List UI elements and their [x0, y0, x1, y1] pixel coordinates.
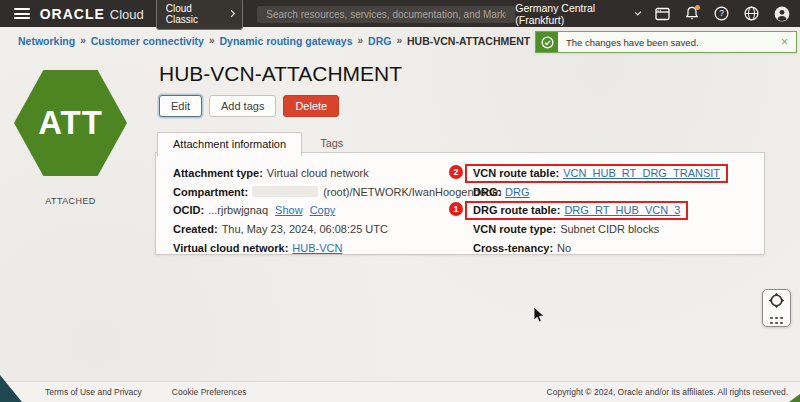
- oracle-cloud-logo[interactable]: ORACLE Cloud: [40, 6, 144, 22]
- user-avatar[interactable]: [774, 6, 790, 22]
- breadcrumb-separator: »: [209, 35, 215, 46]
- annotation-highlight-box: DRG route table: DRG_RT_HUB_VCN_3: [465, 201, 688, 220]
- drag-handle-dots[interactable]: [770, 317, 783, 325]
- attachment-information-panel: Attachment type: Virtual cloud network C…: [155, 152, 765, 255]
- footer: Terms of Use and Privacy Cookie Preferen…: [0, 381, 800, 402]
- cloud-classic-label: Cloud Classic: [166, 3, 222, 25]
- compartment-label: Compartment:: [173, 186, 248, 198]
- mouse-cursor: [533, 306, 545, 328]
- hub-vcn-link[interactable]: HUB-VCN: [292, 242, 342, 254]
- annotation-marker-2: 2: [449, 165, 463, 179]
- breadcrumb-link-networking[interactable]: Networking: [18, 35, 75, 47]
- chevron-right-icon: [228, 10, 235, 17]
- breadcrumb-current: HUB-VCN-ATTACHMENT: [407, 35, 530, 47]
- cloud-classic-button[interactable]: Cloud Classic: [156, 0, 243, 30]
- cross-tenancy-row: Cross-tenancy: No: [473, 238, 728, 257]
- add-tags-button[interactable]: Add tags: [209, 95, 276, 117]
- annotation-highlight-box: VCN route table: VCN_HUB_RT_DRG_TRANSIT: [465, 164, 728, 183]
- breadcrumb-link-dynamic-routing-gateways[interactable]: Dynamic routing gateways: [220, 35, 353, 47]
- region-label: Germany Central (Frankfurt): [515, 2, 629, 26]
- action-buttons: Edit Add tags Delete: [159, 95, 339, 117]
- notifications-bell-icon[interactable]: [685, 6, 699, 22]
- top-navigation-bar: ORACLE Cloud Cloud Classic Germany Centr…: [0, 0, 800, 27]
- tab-tags[interactable]: Tags: [302, 132, 361, 156]
- copyright-text: Copyright © 2024, Oracle and/or its affi…: [547, 387, 788, 397]
- breadcrumb-separator: »: [80, 35, 86, 46]
- ocid-value: ...rjrbwjgnaq: [208, 204, 268, 216]
- logo-oracle-text: ORACLE: [40, 6, 105, 22]
- ocid-show-link[interactable]: Show: [275, 204, 303, 216]
- breadcrumb-link-drg[interactable]: DRG: [368, 35, 391, 47]
- vcn-route-table-row: 2 VCN route table: VCN_HUB_RT_DRG_TRANSI…: [473, 164, 728, 183]
- edit-button[interactable]: Edit: [159, 95, 202, 117]
- help-icon[interactable]: ?: [714, 6, 729, 22]
- cloud-shell-icon[interactable]: [655, 6, 670, 22]
- screen-capture-widget[interactable]: [762, 289, 791, 327]
- delete-button[interactable]: Delete: [283, 95, 339, 117]
- language-globe-icon[interactable]: [744, 6, 759, 22]
- cross-tenancy-label: Cross-tenancy:: [473, 242, 553, 254]
- capture-crosshair-icon: [768, 292, 785, 313]
- logo-cloud-text: Cloud: [110, 7, 144, 22]
- breadcrumb-link-customer-connectivity[interactable]: Customer connectivity: [91, 35, 204, 47]
- compartment-row: Compartment: (root)/NETWORK/IwanHoogendo…: [173, 183, 502, 202]
- drg-route-table-row: 1 DRG route table: DRG_RT_HUB_VCN_3: [473, 201, 728, 220]
- drg-route-table-link[interactable]: DRG_RT_HUB_VCN_3: [564, 204, 680, 216]
- breadcrumb-separator: »: [358, 35, 364, 46]
- vcn-route-type-value: Subnet CIDR blocks: [560, 223, 659, 235]
- tab-attachment-information[interactable]: Attachment information: [157, 132, 302, 156]
- breadcrumb-separator: »: [396, 35, 402, 46]
- redacted-compartment-segment: [252, 186, 318, 197]
- cookie-preferences-link[interactable]: Cookie Preferences: [172, 387, 247, 397]
- detail-tabs: Attachment information Tags: [157, 132, 361, 156]
- terms-of-use-link[interactable]: Terms of Use and Privacy: [45, 387, 142, 397]
- vcn-route-table-label: VCN route table:: [473, 167, 559, 179]
- svg-text:?: ?: [719, 8, 724, 18]
- cross-tenancy-value: No: [557, 242, 571, 254]
- vcn-route-table-link[interactable]: VCN_HUB_RT_DRG_TRANSIT: [563, 167, 720, 179]
- toast-close-icon[interactable]: ×: [773, 35, 796, 49]
- details-right-column: 2 VCN route table: VCN_HUB_RT_DRG_TRANSI…: [473, 164, 728, 257]
- created-row: Created: Thu, May 23, 2024, 06:08:25 UTC: [173, 220, 502, 239]
- created-value: Thu, May 23, 2024, 06:08:25 UTC: [222, 223, 388, 235]
- global-search: [257, 4, 515, 23]
- status-badge: ATTACHED: [14, 196, 127, 206]
- ocid-label: OCID:: [173, 204, 204, 216]
- created-label: Created:: [173, 223, 218, 235]
- chevron-down-icon: [634, 9, 641, 16]
- success-check-icon: [536, 32, 558, 52]
- ocid-copy-link[interactable]: Copy: [310, 204, 336, 216]
- region-selector[interactable]: Germany Central (Frankfurt): [515, 2, 640, 26]
- toast-message: The changes have been saved.: [558, 37, 707, 48]
- vcn-label: Virtual cloud network:: [173, 242, 288, 254]
- drg-label: DRG:: [473, 186, 501, 198]
- search-input[interactable]: [257, 6, 515, 23]
- drg-link[interactable]: DRG: [505, 186, 529, 198]
- topbar-right-controls: Germany Central (Frankfurt) ?: [515, 2, 790, 26]
- page-title: HUB-VCN-ATTACHMENT: [159, 62, 402, 86]
- attachment-status-hexagon: ATT: [14, 70, 127, 176]
- success-toast: The changes have been saved. ×: [535, 31, 797, 53]
- breadcrumb: Networking » Customer connectivity » Dyn…: [0, 27, 530, 54]
- virtual-cloud-network-row: Virtual cloud network: HUB-VCN: [173, 238, 502, 257]
- vcn-route-type-row: VCN route type: Subnet CIDR blocks: [473, 220, 728, 239]
- attachment-type-label: Attachment type:: [173, 167, 263, 179]
- status-abbreviation: ATT: [38, 104, 103, 142]
- notification-badge-dot: [695, 5, 700, 10]
- attachment-type-value: Virtual cloud network: [267, 167, 369, 179]
- drg-route-table-label: DRG route table:: [473, 204, 560, 216]
- hamburger-menu-icon[interactable]: [14, 8, 30, 19]
- vcn-route-type-label: VCN route type:: [473, 223, 556, 235]
- drg-row: DRG: DRG: [473, 183, 728, 202]
